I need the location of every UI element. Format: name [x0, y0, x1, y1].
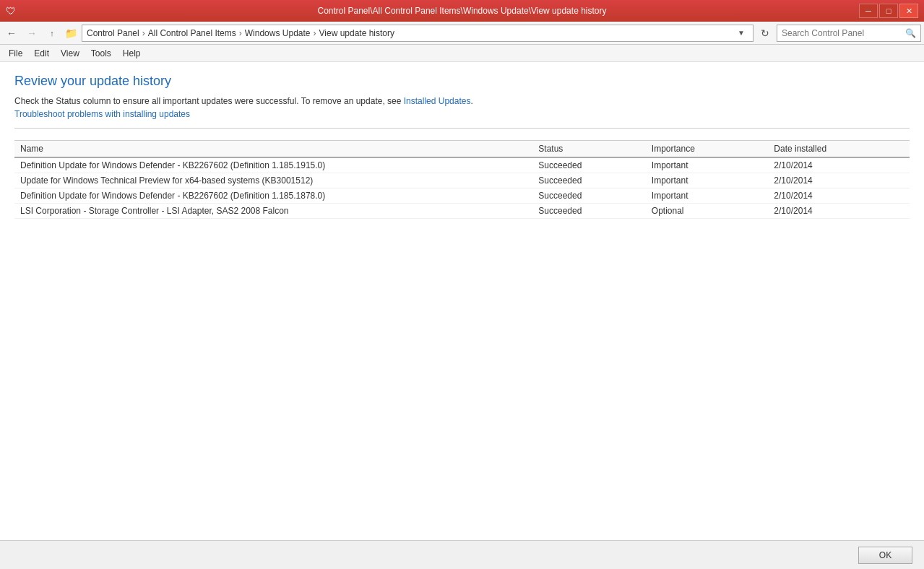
cell-name: Update for Windows Technical Preview for… — [14, 173, 532, 188]
troubleshoot-link[interactable]: Troubleshoot problems with installing up… — [14, 109, 190, 119]
cell-date: 2/10/2014 — [768, 173, 910, 188]
column-header-date[interactable]: Date installed — [768, 141, 910, 158]
cell-importance: Important — [646, 188, 769, 204]
title-bar: 🛡 Control Panel\All Control Panel Items\… — [0, 0, 924, 22]
cell-name: LSI Corporation - Storage Controller - L… — [14, 204, 532, 219]
up-button[interactable]: ↑ — [43, 25, 61, 42]
column-header-name[interactable]: Name — [14, 141, 532, 158]
search-icon[interactable]: 🔍 — [905, 28, 916, 38]
app-icon: 🛡 — [6, 5, 16, 17]
address-dropdown-button[interactable]: ▼ — [734, 25, 748, 41]
column-header-status[interactable]: Status — [532, 141, 646, 158]
cell-name: Definition Update for Windows Defender -… — [14, 188, 532, 204]
bottom-bar: OK — [0, 540, 924, 569]
menu-help[interactable]: Help — [117, 47, 147, 60]
refresh-button[interactable]: ↻ — [756, 25, 774, 42]
table-row[interactable]: Update for Windows Technical Preview for… — [14, 173, 910, 188]
breadcrumb-item-2[interactable]: All Control Panel Items — [148, 28, 236, 38]
table-row[interactable]: Definition Update for Windows Defender -… — [14, 188, 910, 204]
ok-button[interactable]: OK — [858, 547, 912, 564]
cell-status: Succeeded — [532, 204, 646, 219]
breadcrumb-item-1[interactable]: Control Panel — [87, 28, 139, 38]
menu-edit[interactable]: Edit — [28, 47, 55, 60]
search-input[interactable] — [782, 28, 905, 38]
update-table: Name Status Importance Date installed De… — [14, 140, 910, 219]
description-text: Check the Status column to ensure all im… — [14, 96, 910, 106]
column-header-importance[interactable]: Importance — [646, 141, 769, 158]
cell-date: 2/10/2014 — [768, 204, 910, 219]
title-bar-left: 🛡 — [6, 5, 16, 17]
page-title: Review your update history — [14, 74, 910, 89]
menu-bar: File Edit View Tools Help — [0, 45, 924, 62]
address-bar[interactable]: Control Panel › All Control Panel Items … — [82, 25, 754, 42]
menu-file[interactable]: File — [3, 47, 28, 60]
cell-importance: Important — [646, 173, 769, 188]
restore-button[interactable]: □ — [879, 4, 898, 18]
table-header: Name Status Importance Date installed — [14, 141, 910, 158]
menu-view[interactable]: View — [55, 47, 85, 60]
cell-status: Succeeded — [532, 157, 646, 173]
cell-importance: Optional — [646, 204, 769, 219]
forward-button[interactable]: → — [23, 25, 40, 42]
table-separator — [14, 128, 910, 129]
title-bar-controls: ─ □ ✕ — [859, 4, 918, 18]
cell-status: Succeeded — [532, 173, 646, 188]
cell-date: 2/10/2014 — [768, 157, 910, 173]
cell-date: 2/10/2014 — [768, 188, 910, 204]
table-row[interactable]: Definition Update for Windows Defender -… — [14, 157, 910, 173]
close-button[interactable]: ✕ — [899, 4, 918, 18]
installed-updates-link[interactable]: Installed Updates — [404, 96, 471, 106]
cell-name: Definition Update for Windows Defender -… — [14, 157, 532, 173]
cell-status: Succeeded — [532, 188, 646, 204]
breadcrumb-item-4[interactable]: View update history — [319, 28, 395, 38]
menu-tools[interactable]: Tools — [85, 47, 117, 60]
nav-bar: ← → ↑ 📁 Control Panel › All Control Pane… — [0, 22, 924, 45]
table-body: Definition Update for Windows Defender -… — [14, 157, 910, 219]
breadcrumb-icon: 📁 — [65, 27, 77, 39]
main-content: Review your update history Check the Sta… — [0, 62, 924, 546]
breadcrumb-item-3[interactable]: Windows Update — [245, 28, 311, 38]
table-row[interactable]: LSI Corporation - Storage Controller - L… — [14, 204, 910, 219]
search-box: 🔍 — [777, 25, 921, 42]
window-title: Control Panel\All Control Panel Items\Wi… — [0, 6, 924, 16]
back-button[interactable]: ← — [3, 25, 20, 42]
cell-importance: Important — [646, 157, 769, 173]
minimize-button[interactable]: ─ — [859, 4, 878, 18]
